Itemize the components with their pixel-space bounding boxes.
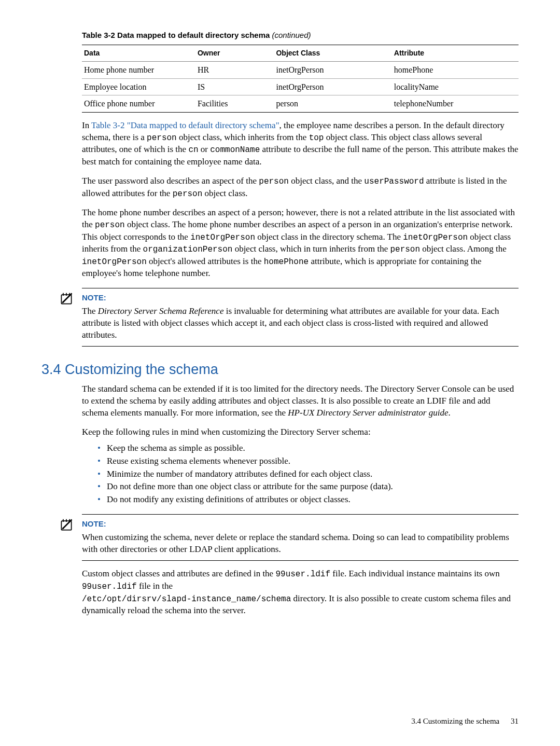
col-attribute: Attribute [392,45,519,62]
code: inetOrgPerson [82,257,147,267]
text: object class. [202,188,247,198]
text: or [199,144,211,154]
note-block-2: NOTE: When customizing the schema, never… [82,514,519,561]
text: object's allowed attributes is the [147,256,264,266]
page-number: 31 [511,717,519,725]
cell: Home phone number [82,62,195,79]
note-label: NOTE: [82,519,519,529]
code: userPassword [364,177,424,186]
footer-section: 3.4 Customizing the schema [411,717,499,725]
text: In [82,120,91,130]
code: 99user.ldif [82,582,137,591]
list-item: Minimize the number of mandatory attribu… [97,468,519,480]
cell: Employee location [82,78,195,95]
paragraph-5: Keep the following rules in mind when cu… [82,426,519,438]
cell: HR [195,62,274,79]
schema-table: Data Owner Object Class Attribute Home p… [82,45,519,113]
table-row: Office phone number Facilities person te… [82,95,519,113]
code: inetOrgPerson [190,233,255,242]
code: homePhone [264,257,309,267]
table-row: Home phone number HR inetOrgPerson homeP… [82,62,519,79]
text: object class in the directory schema. Th… [255,232,403,242]
paragraph-3: The home phone number describes an aspec… [82,207,519,280]
code: commonName [210,145,260,155]
code: person [390,245,420,254]
page-footer: 3.4 Customizing the schema 31 [411,716,519,726]
bullet-list: Keep the schema as simple as possible. R… [82,443,519,506]
code: person [259,177,289,186]
paragraph-2: The user password also describes an aspe… [82,175,519,200]
col-owner: Owner [195,45,274,62]
cell: telephoneNumber [392,95,519,113]
col-data: Data [82,45,195,62]
code: organizationPerson [143,245,233,254]
page: Table 3-2 Data mapped to default directo… [0,0,560,746]
text: file. Each individual instance maintains… [330,569,500,578]
code: 99user.ldif [275,570,330,579]
code: person [173,189,203,199]
text: . [448,408,450,418]
paragraph-4: The standard schema can be extended if i… [82,383,519,419]
cell: localityName [392,78,519,95]
text: object class, and the [289,176,364,186]
paragraph-6: Custom object classes and attributes are… [82,568,519,617]
italic-text: Directory Server Schema Reference [98,306,224,316]
code: cn [188,145,198,155]
cell: homePhone [392,62,519,79]
cell: Facilities [195,95,274,113]
text: file in the [137,581,173,591]
col-object-class: Object Class [274,45,391,62]
section-heading: 3.4 Customizing the schema [41,360,519,379]
note-icon [59,292,74,306]
text: object class. Among the [420,244,507,254]
italic-text: HP-UX Directory Server administrator gui… [288,408,448,418]
list-item: Do not modify any existing definitions o… [97,494,519,506]
code: /etc/opt/dirsrv/slapd-instance_name/sche… [82,595,291,604]
text: Custom object classes and attributes are… [82,569,275,578]
text: The [82,306,98,316]
table-row: Employee location IS inetOrgPerson local… [82,78,519,95]
note-label: NOTE: [82,293,519,303]
table-caption: Table 3-2 Data mapped to default directo… [82,30,519,40]
text: object class, which in turn inherits fro… [232,244,390,254]
list-item: Do not define more than one object class… [97,481,519,493]
cell: inetOrgPerson [274,78,391,95]
table-ref-link[interactable]: Table 3-2 "Data mapped to default direct… [91,120,279,130]
code: person [95,220,125,230]
cell: IS [195,78,274,95]
note-block-1: NOTE: The Directory Server Schema Refere… [82,288,519,347]
note-icon [59,518,74,532]
table-block: Table 3-2 Data mapped to default directo… [82,30,519,113]
code: top [309,133,324,143]
cell: Office phone number [82,95,195,113]
note-body: When customizing the schema, never delet… [82,532,519,556]
table-header-row: Data Owner Object Class Attribute [82,45,519,62]
caption-continued: (continued) [270,31,311,39]
cell: inetOrgPerson [274,62,391,79]
note-body: The Directory Server Schema Reference is… [82,306,519,341]
code: inetOrgPerson [403,233,468,242]
paragraph-1: In Table 3-2 "Data mapped to default dir… [82,120,519,168]
cell: person [274,95,391,113]
caption-title: Table 3-2 Data mapped to default directo… [82,31,270,39]
list-item: Keep the schema as simple as possible. [97,443,519,454]
list-item: Reuse existing schema elements whenever … [97,455,519,467]
text: object class, which inherits from the [177,132,309,142]
code: person [147,133,177,143]
text: The user password also describes an aspe… [82,176,259,186]
